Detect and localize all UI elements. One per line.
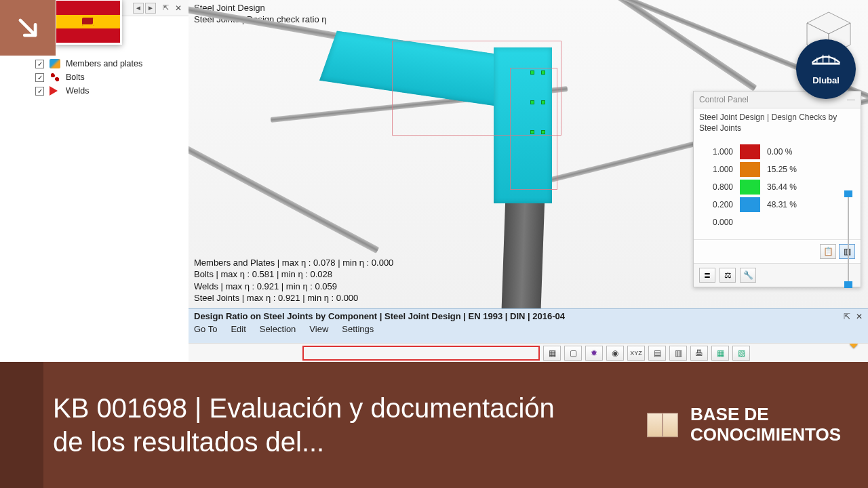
tree-item-bolts[interactable]: Bolts bbox=[0, 70, 189, 84]
control-panel-tabs: ≣ ⚖ 🔧 bbox=[694, 263, 861, 287]
scale-value: 0.200 bbox=[709, 200, 740, 209]
control-panel-subtitle: Steel Joint Design | Design Checks by St… bbox=[694, 108, 861, 140]
scale-row: 0.200 48.31 % bbox=[709, 196, 854, 214]
result-line: Steel Joints | max η : 0.921 | min η : 0… bbox=[194, 292, 393, 304]
scale-swatch-blue bbox=[740, 197, 760, 212]
results-toolbar: ▦ ▢ ✹ ◉ XYZ ▤ ▥ 🖶 ▦ ▧ ⬇ bbox=[189, 343, 868, 362]
control-panel: Control Panel — Steel Joint Design | Des… bbox=[693, 91, 861, 287]
scale-swatch-red bbox=[740, 144, 760, 159]
corner-arrow-chip bbox=[0, 0, 56, 56]
tab-balance[interactable]: ⚖ bbox=[719, 268, 736, 283]
toolbar-button[interactable]: ✹ bbox=[585, 346, 603, 361]
arrow-down-right-icon bbox=[15, 15, 41, 41]
bridge-icon bbox=[811, 54, 841, 74]
color-scale: 1.000 0.00 % 1.000 15.25 % 0.800 36.44 %… bbox=[694, 140, 861, 239]
scale-row: 1.000 15.25 % bbox=[709, 161, 854, 178]
tree-item-welds[interactable]: Welds bbox=[0, 84, 189, 98]
toolbar-button[interactable]: ▢ bbox=[564, 346, 582, 361]
menu-view[interactable]: View bbox=[309, 324, 328, 334]
toolbar-button[interactable]: ◉ bbox=[606, 346, 624, 361]
brand-label: Dlubal bbox=[812, 75, 840, 85]
scale-value: 0.000 bbox=[709, 218, 740, 227]
slider-thumb-top[interactable] bbox=[844, 190, 852, 197]
svg-rect-3 bbox=[812, 62, 840, 64]
banner-accent bbox=[0, 362, 43, 488]
tree-item-label: Welds bbox=[66, 86, 90, 96]
close-icon[interactable]: ✕ bbox=[175, 3, 184, 13]
copy-scale-button[interactable]: 📋 bbox=[820, 244, 836, 259]
kb-category-label: BASE DE CONOCIMIENTOS bbox=[690, 405, 841, 445]
minimize-icon[interactable]: — bbox=[847, 95, 855, 104]
tree-item-label: Members and plates bbox=[66, 59, 142, 68]
menu-edit[interactable]: Edit bbox=[231, 324, 245, 334]
pin-icon[interactable]: ⇱ bbox=[163, 3, 172, 13]
menu-selection[interactable]: Selection bbox=[260, 324, 296, 334]
result-line: Welds | max η : 0.921 | min η : 0.059 bbox=[194, 281, 393, 293]
slider-thumb-bottom[interactable] bbox=[844, 281, 852, 288]
scale-row: 0.000 bbox=[709, 214, 854, 231]
tree-item-label: Bolts bbox=[66, 73, 85, 82]
checkbox-icon[interactable] bbox=[35, 73, 44, 82]
toolbar-button[interactable]: XYZ bbox=[627, 346, 645, 361]
kb-category-line1: BASE DE bbox=[690, 405, 841, 425]
results-panel-header: Design Ratio on Steel Joints by Componen… bbox=[189, 308, 868, 346]
scale-swatch-green bbox=[740, 180, 760, 195]
highlighted-toolbar-region[interactable] bbox=[302, 346, 540, 361]
scale-percent: 48.31 % bbox=[767, 200, 797, 209]
results-menu: Go To Edit Selection View Settings bbox=[194, 324, 863, 334]
kb-banner: KB 001698 | Evaluación y documentación d… bbox=[0, 362, 868, 488]
toolbar-button[interactable]: ▧ bbox=[732, 346, 750, 361]
scale-value: 1.000 bbox=[709, 147, 740, 157]
scale-value: 0.800 bbox=[709, 182, 740, 192]
scale-value: 1.000 bbox=[709, 165, 740, 174]
toolbar-button[interactable]: ▦ bbox=[543, 346, 561, 361]
scale-percent: 36.44 % bbox=[767, 182, 797, 192]
toolbar-button[interactable]: 🖶 bbox=[690, 346, 708, 361]
tab-details[interactable]: 🔧 bbox=[740, 268, 756, 283]
arrow-down-icon: ⬇ bbox=[846, 343, 861, 352]
viewport-results-overlay: Members and Plates | max η : 0.078 | min… bbox=[194, 257, 393, 304]
kb-category-line2: CONOCIMIENTOS bbox=[690, 425, 841, 445]
results-title: Design Ratio on Steel Joints by Componen… bbox=[194, 311, 565, 321]
menu-settings[interactable]: Settings bbox=[342, 324, 374, 334]
control-panel-tools: 📋 ▥ bbox=[694, 239, 861, 263]
checkbox-icon[interactable] bbox=[35, 87, 44, 96]
panel-nav: ◄ ► bbox=[133, 3, 156, 14]
toolbar-button[interactable]: ▦ bbox=[711, 346, 729, 361]
toolbar-button[interactable]: ▤ bbox=[648, 346, 666, 361]
scale-swatch-orange bbox=[740, 162, 760, 177]
language-flag-spain[interactable] bbox=[54, 0, 122, 45]
scale-row: 1.000 0.00 % bbox=[709, 143, 854, 161]
welds-icon bbox=[50, 86, 60, 96]
members-icon bbox=[50, 59, 60, 68]
scale-range-slider[interactable] bbox=[844, 192, 852, 287]
result-line: Members and Plates | max η : 0.078 | min… bbox=[194, 257, 393, 269]
tree-item-members-and-plates[interactable]: Members and plates bbox=[0, 57, 189, 70]
book-icon bbox=[647, 413, 678, 437]
result-line: Bolts | max η : 0.581 | min η : 0.028 bbox=[194, 268, 393, 281]
control-panel-title: Control Panel bbox=[699, 95, 749, 104]
checkbox-icon[interactable] bbox=[35, 60, 44, 68]
scale-percent: 15.25 % bbox=[767, 165, 797, 174]
close-icon[interactable]: ✕ bbox=[856, 312, 863, 321]
pin-icon[interactable]: ⇱ bbox=[844, 312, 850, 321]
kb-title: KB 001698 | Evaluación y documentación d… bbox=[53, 391, 582, 459]
toolbar-button[interactable]: ▥ bbox=[669, 346, 687, 361]
model-viewport[interactable]: Steel Joint Design Steel Joints | Design… bbox=[189, 0, 868, 308]
nav-next-button[interactable]: ► bbox=[145, 3, 156, 14]
scale-percent: 0.00 % bbox=[767, 147, 792, 157]
nav-prev-button[interactable]: ◄ bbox=[133, 3, 144, 14]
scale-row: 0.800 36.44 % bbox=[709, 178, 854, 196]
dlubal-logo: Dlubal bbox=[796, 39, 856, 99]
tab-legend[interactable]: ≣ bbox=[699, 268, 715, 283]
bolts-icon bbox=[50, 73, 60, 82]
kb-category: BASE DE CONOCIMIENTOS bbox=[647, 405, 841, 445]
menu-goto[interactable]: Go To bbox=[194, 324, 217, 334]
